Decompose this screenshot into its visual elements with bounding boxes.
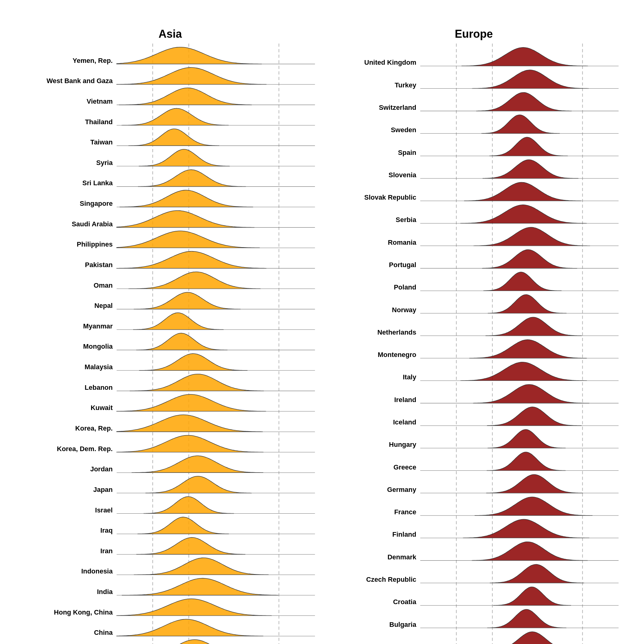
svg-text:Ireland: Ireland <box>394 396 416 404</box>
svg-text:Romania: Romania <box>388 239 417 246</box>
svg-text:Malaysia: Malaysia <box>85 363 113 371</box>
panels: Asia Yemen, Rep.West Bank and GazaVietna… <box>21 28 623 644</box>
chart-container: Asia Yemen, Rep.West Bank and GazaVietna… <box>15 15 629 629</box>
svg-text:Czech Republic: Czech Republic <box>366 576 416 583</box>
svg-text:Korea, Rep.: Korea, Rep. <box>75 424 113 432</box>
asia-ridgeline-svg: Yemen, Rep.West Bank and GazaVietnamThai… <box>21 44 319 644</box>
svg-text:Serbia: Serbia <box>396 216 416 224</box>
svg-text:Germany: Germany <box>387 486 416 493</box>
svg-text:Kuwait: Kuwait <box>90 404 113 412</box>
svg-text:Finland: Finland <box>392 531 416 538</box>
svg-text:Mongolia: Mongolia <box>83 343 113 351</box>
svg-text:Denmark: Denmark <box>387 553 416 561</box>
svg-text:Iraq: Iraq <box>100 527 113 534</box>
svg-text:Croatia: Croatia <box>393 598 416 606</box>
svg-text:Syria: Syria <box>96 159 113 167</box>
svg-text:Philippines: Philippines <box>77 240 113 248</box>
svg-text:Indonesia: Indonesia <box>81 567 113 575</box>
svg-text:Bulgaria: Bulgaria <box>389 621 417 628</box>
svg-text:Norway: Norway <box>392 306 416 314</box>
svg-text:Portugal: Portugal <box>389 261 416 269</box>
svg-text:Taiwan: Taiwan <box>90 138 113 146</box>
svg-text:Spain: Spain <box>398 149 416 156</box>
svg-text:Singapore: Singapore <box>80 200 113 207</box>
svg-text:Pakistan: Pakistan <box>85 261 113 269</box>
svg-text:Lebanon: Lebanon <box>85 384 113 391</box>
svg-text:Netherlands: Netherlands <box>377 328 416 336</box>
svg-text:India: India <box>97 588 113 596</box>
svg-text:Italy: Italy <box>403 373 416 381</box>
svg-text:Yemen, Rep.: Yemen, Rep. <box>73 57 113 64</box>
svg-text:Japan: Japan <box>93 486 113 493</box>
svg-text:Poland: Poland <box>394 283 416 291</box>
svg-text:Iran: Iran <box>100 547 113 555</box>
svg-text:West Bank and Gaza: West Bank and Gaza <box>47 77 113 85</box>
svg-text:Myanmar: Myanmar <box>83 322 113 330</box>
svg-text:Israel: Israel <box>95 506 113 514</box>
svg-text:Oman: Oman <box>94 282 113 289</box>
svg-text:China: China <box>94 629 113 636</box>
svg-text:Nepal: Nepal <box>94 302 113 309</box>
svg-text:Vietnam: Vietnam <box>86 98 113 105</box>
svg-text:France: France <box>394 508 416 516</box>
svg-text:Saudi Arabia: Saudi Arabia <box>72 220 113 228</box>
svg-text:Turkey: Turkey <box>395 81 416 89</box>
svg-text:Switzerland: Switzerland <box>379 104 416 111</box>
svg-text:United Kingdom: United Kingdom <box>364 59 416 66</box>
europe-ridgeline-svg: United KingdomTurkeySwitzerlandSwedenSpa… <box>325 44 623 644</box>
svg-text:Korea, Dem. Rep.: Korea, Dem. Rep. <box>57 445 113 453</box>
svg-text:Hong Kong, China: Hong Kong, China <box>54 608 113 616</box>
svg-text:Sweden: Sweden <box>391 126 416 134</box>
svg-text:Greece: Greece <box>393 463 416 471</box>
asia-title: Asia <box>21 28 319 40</box>
europe-panel: Europe United KingdomTurkeySwitzerlandSw… <box>325 28 623 644</box>
svg-text:Slovak Republic: Slovak Republic <box>364 194 416 201</box>
svg-text:Slovenia: Slovenia <box>389 171 416 179</box>
svg-text:Thailand: Thailand <box>85 118 113 126</box>
svg-text:Montenegro: Montenegro <box>378 351 416 358</box>
europe-title: Europe <box>325 28 623 40</box>
svg-text:Hungary: Hungary <box>389 441 416 448</box>
svg-text:Iceland: Iceland <box>393 418 416 426</box>
svg-text:Sri Lanka: Sri Lanka <box>82 179 113 187</box>
svg-text:Jordan: Jordan <box>90 465 113 473</box>
asia-panel: Asia Yemen, Rep.West Bank and GazaVietna… <box>21 28 319 644</box>
